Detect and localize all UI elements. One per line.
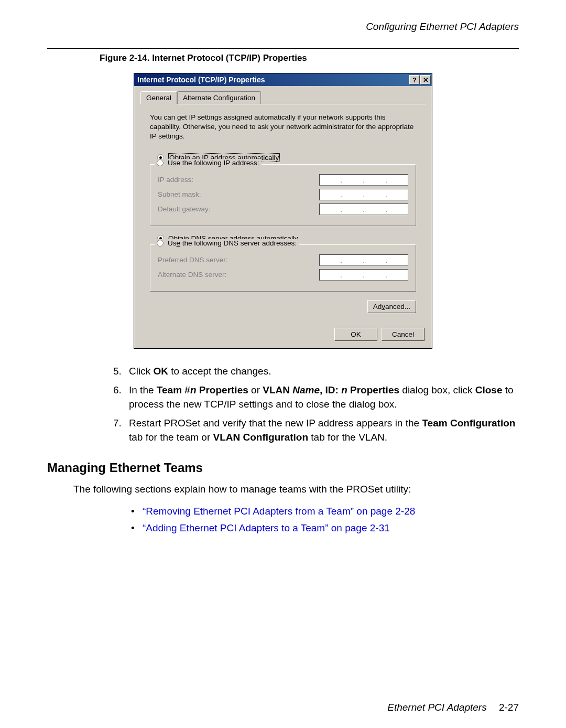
step-6: 6. In the Team #n Properties or VLAN Nam… [113, 383, 519, 411]
bullet-item: • “Removing Ethernet PCI Adapters from a… [131, 506, 519, 517]
label-ip-address: IP address: [158, 176, 193, 184]
dialog-titlebar: Internet Protocol (TCP/IP) Properties ? … [134, 73, 432, 86]
bullet-list: • “Removing Ethernet PCI Adapters from a… [131, 506, 519, 534]
step-7: 7. Restart PROSet and verify that the ne… [113, 416, 519, 444]
group-use-ip: Use the following IP address: IP address… [150, 164, 416, 226]
page-number: 2-27 [499, 702, 519, 713]
tab-general[interactable]: General [140, 91, 177, 104]
running-header: Configuring Ethernet PCI Adapters [47, 21, 519, 33]
heading-managing-ethernet-teams: Managing Ethernet Teams [47, 461, 519, 475]
bullet-dot-icon: • [131, 506, 143, 517]
footer-label: Ethernet PCI Adapters [387, 702, 486, 713]
input-default-gateway[interactable]: ... [319, 204, 408, 215]
radio-use-following-ip[interactable]: Use the following IP address: [155, 159, 262, 167]
input-ip-address[interactable]: ... [319, 174, 408, 186]
page-footer: Ethernet PCI Adapters 2-27 [387, 702, 519, 713]
dialog-footer: OK Cancel [134, 325, 432, 348]
ordered-steps: 5. Click OK to accept the changes. 6. In… [113, 365, 519, 445]
label-subnet-mask: Subnet mask: [158, 190, 201, 198]
section-intro: The following sections explain how to ma… [73, 483, 519, 497]
label-preferred-dns: Preferred DNS server: [158, 256, 228, 264]
input-subnet-mask[interactable]: ... [319, 189, 408, 200]
step-number: 6. [113, 383, 129, 411]
radio-label: Use the following IP address: [168, 159, 259, 167]
header-rule [47, 48, 519, 49]
tcpip-properties-dialog: Internet Protocol (TCP/IP) Properties ? … [134, 73, 432, 349]
bullet-item: • “Adding Ethernet PCI Adapters to a Tea… [131, 522, 519, 534]
radio-label: Use the following DNS server addresses: [168, 239, 297, 247]
step-number: 5. [113, 365, 129, 379]
input-preferred-dns[interactable]: ... [319, 254, 408, 266]
step-5: 5. Click OK to accept the changes. [113, 365, 519, 379]
radio-icon [157, 159, 164, 166]
radio-icon [157, 240, 164, 247]
tab-alternate-configuration[interactable]: Alternate Configuration [177, 91, 261, 104]
step-number: 7. [113, 416, 129, 444]
group-use-dns: Use the following DNS server addresses: … [150, 244, 416, 292]
input-alternate-dns[interactable]: ... [319, 269, 408, 281]
label-alternate-dns: Alternate DNS server: [158, 271, 226, 279]
dialog-title: Internet Protocol (TCP/IP) Properties [137, 76, 265, 84]
step-body: Restart PROSet and verify that the new I… [129, 416, 519, 444]
link-removing-adapters[interactable]: “Removing Ethernet PCI Adapters from a T… [143, 506, 415, 517]
tab-strip: General Alternate Configuration [134, 86, 432, 104]
bullet-dot-icon: • [131, 522, 143, 534]
radio-use-following-dns[interactable]: Use the following DNS server addresses: [155, 239, 299, 247]
advanced-button[interactable]: Advanced... [367, 300, 416, 313]
intro-text: You can get IP settings assigned automat… [150, 113, 416, 142]
link-adding-adapters[interactable]: “Adding Ethernet PCI Adapters to a Team”… [143, 522, 390, 534]
tab-panel-general: You can get IP settings assigned automat… [140, 104, 426, 319]
step-body: Click OK to accept the changes. [129, 365, 519, 379]
close-icon[interactable]: ✕ [420, 75, 431, 84]
figure-caption: Figure 2-14. Internet Protocol (TCP/IP) … [100, 53, 519, 63]
ok-button[interactable]: OK [334, 328, 377, 341]
help-icon[interactable]: ? [409, 75, 420, 84]
label-default-gateway: Default gateway: [158, 205, 211, 213]
cancel-button[interactable]: Cancel [382, 328, 424, 341]
step-body: In the Team #n Properties or VLAN Name, … [129, 383, 519, 411]
